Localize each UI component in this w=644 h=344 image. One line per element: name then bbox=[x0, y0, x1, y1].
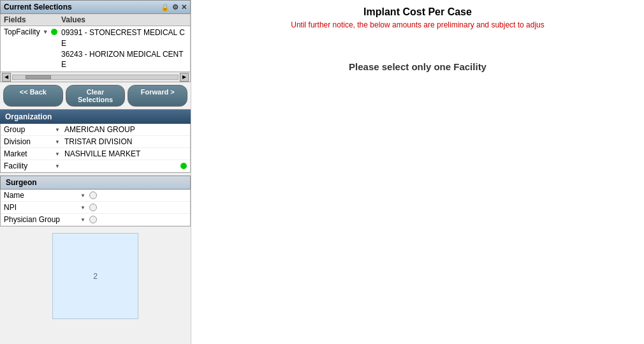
settings-icon[interactable]: ⚙ bbox=[172, 3, 179, 11]
selection-row-topfacility: TopFacility ▼ 09391 - STONECREST MEDICAL… bbox=[1, 26, 190, 71]
main-title: Implant Cost Per Case bbox=[204, 6, 631, 18]
forward-button[interactable]: Forward > bbox=[128, 85, 187, 107]
topfacility-label: TopFacility bbox=[4, 27, 40, 36]
surgeon-physician-group-label: Physician Group bbox=[4, 215, 80, 224]
org-market-label: Market bbox=[4, 149, 55, 158]
selections-col-headers: Fields Values bbox=[1, 14, 190, 26]
surgeon-npi-label: NPI bbox=[4, 203, 80, 212]
topfacility-values: 09391 - STONECREST MEDICAL CE 36243 - HO… bbox=[61, 27, 187, 70]
scroll-left-btn[interactable]: ◀ bbox=[2, 73, 11, 82]
surgeon-row-name: Name ▼ bbox=[1, 190, 190, 202]
right-panel: Implant Cost Per Case Until further noti… bbox=[191, 0, 644, 344]
org-group-arrow[interactable]: ▼ bbox=[55, 127, 64, 133]
current-selections-header: Current Selections 🔒 ⚙ ✕ bbox=[0, 0, 191, 14]
organization-section-header: Organization bbox=[0, 109, 191, 124]
topfacility-field: TopFacility ▼ bbox=[4, 27, 61, 36]
org-row-group: Group ▼ AMERICAN GROUP bbox=[1, 124, 190, 136]
values-col-header: Values bbox=[58, 14, 190, 26]
thumbnail-area: 2 bbox=[3, 233, 187, 319]
surgeon-physician-group-radio[interactable] bbox=[89, 216, 97, 223]
nav-buttons: << Back Clear Selections Forward > bbox=[0, 82, 191, 109]
header-icons: 🔒 ⚙ ✕ bbox=[161, 3, 187, 11]
surgeon-npi-arrow[interactable]: ▼ bbox=[80, 205, 89, 211]
org-row-facility: Facility ▼ bbox=[1, 160, 190, 172]
scroll-track[interactable] bbox=[12, 75, 179, 80]
back-button[interactable]: << Back bbox=[3, 85, 63, 107]
topfacility-value-1: 09391 - STONECREST MEDICAL CE bbox=[61, 27, 187, 49]
surgeon-physician-group-arrow[interactable]: ▼ bbox=[80, 217, 89, 223]
org-division-arrow[interactable]: ▼ bbox=[55, 139, 64, 145]
clear-selections-button[interactable]: Clear Selections bbox=[66, 85, 126, 107]
org-group-label: Group bbox=[4, 125, 55, 134]
org-row-division: Division ▼ TRISTAR DIVISION bbox=[1, 136, 190, 148]
topfacility-value-2: 36243 - HORIZON MEDICAL CENTE bbox=[61, 49, 187, 71]
surgeon-name-radio[interactable] bbox=[89, 191, 97, 199]
surgeon-name-arrow[interactable]: ▼ bbox=[80, 193, 89, 198]
lock-icon[interactable]: 🔒 bbox=[161, 3, 170, 11]
thumbnail-number: 2 bbox=[93, 272, 98, 281]
surgeon-name-label: Name bbox=[4, 191, 80, 200]
subtitle: Until further notice, the below amounts … bbox=[204, 20, 631, 29]
thumbnail-box: 2 bbox=[52, 233, 138, 319]
selections-table: Fields Values TopFacility ▼ 09391 - STON… bbox=[0, 14, 191, 72]
surgeon-section: Surgeon Name ▼ NPI ▼ Physician Group ▼ bbox=[0, 176, 191, 227]
surgeon-section-header: Surgeon bbox=[0, 176, 191, 190]
org-facility-arrow[interactable]: ▼ bbox=[55, 163, 64, 169]
topfacility-dropdown-arrow[interactable]: ▼ bbox=[43, 29, 48, 35]
topfacility-green-dot bbox=[51, 29, 57, 35]
left-panel: Current Selections 🔒 ⚙ ✕ Fields Values T… bbox=[0, 0, 191, 344]
current-selections-label: Current Selections bbox=[4, 3, 72, 11]
fields-col-header: Fields bbox=[1, 14, 58, 26]
org-market-arrow[interactable]: ▼ bbox=[55, 151, 64, 157]
org-facility-green-dot bbox=[180, 163, 187, 169]
org-division-label: Division bbox=[4, 137, 55, 146]
org-market-value: NASHVILLE MARKET bbox=[64, 149, 187, 158]
close-icon[interactable]: ✕ bbox=[181, 3, 187, 11]
please-select-message: Please select only one Facility bbox=[204, 61, 631, 72]
org-division-value: TRISTAR DIVISION bbox=[64, 137, 187, 146]
surgeon-npi-radio[interactable] bbox=[89, 204, 97, 211]
organization-table: Group ▼ AMERICAN GROUP Division ▼ TRISTA… bbox=[0, 124, 191, 173]
horizontal-scrollbar[interactable]: ◀ ▶ bbox=[0, 72, 191, 82]
surgeon-row-npi: NPI ▼ bbox=[1, 202, 190, 214]
surgeon-row-physician-group: Physician Group ▼ bbox=[1, 214, 190, 226]
org-facility-label: Facility bbox=[4, 161, 55, 170]
surgeon-table: Name ▼ NPI ▼ Physician Group ▼ bbox=[0, 190, 191, 227]
org-group-value: AMERICAN GROUP bbox=[64, 125, 187, 134]
scroll-thumb[interactable] bbox=[26, 75, 51, 79]
org-row-market: Market ▼ NASHVILLE MARKET bbox=[1, 148, 190, 160]
scroll-right-btn[interactable]: ▶ bbox=[180, 73, 189, 82]
